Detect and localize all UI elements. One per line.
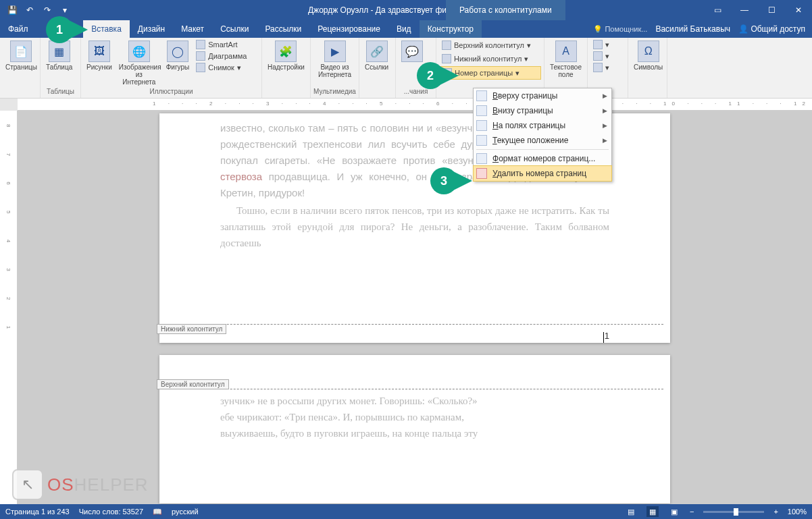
symbols-button[interactable]: ΩСимволы [631, 39, 665, 72]
menu-item-top-of-page[interactable]: ВВверху страницыверху страницы▶ [474, 88, 611, 103]
print-layout-icon[interactable]: ▦ [646, 506, 659, 517]
menu-item-bottom-of-page[interactable]: Внизу страницы▶ [474, 103, 611, 118]
body-text: ебе чирикают: «Три пенса». И, порывшись … [220, 409, 609, 425]
annotation-callout-1: 1 [46, 16, 73, 43]
page-number-dropdown: ВВверху страницыверху страницы▶ Внизу ст… [473, 88, 612, 182]
tab-mailings[interactable]: Рассылки [257, 20, 309, 38]
user-name[interactable]: Василий Батькавыч [655, 24, 730, 34]
tab-view[interactable]: Вид [388, 20, 420, 38]
watermark: ↖ OSHELPER [12, 469, 149, 500]
page-number-field[interactable]: 1 [605, 331, 609, 341]
comment-button[interactable]: 💬 [399, 39, 426, 65]
ribbon-options-icon[interactable]: ▭ [704, 0, 731, 20]
submenu-arrow-icon: ▶ [603, 107, 607, 114]
status-page[interactable]: Страница 1 из 243 [5, 508, 70, 516]
footer-button[interactable]: Нижний колонтитул▾ [439, 53, 541, 65]
shapes-button[interactable]: ◯Фигуры [163, 39, 192, 72]
zoom-out-button[interactable]: − [690, 508, 694, 516]
screenshot-button[interactable]: Снимок▾ [193, 62, 249, 73]
dropcap-button[interactable]: ▾ [590, 51, 612, 61]
submenu-arrow-icon: ▶ [603, 137, 607, 144]
body-text: Тошно, если в наличии всего пяток пенсов… [220, 202, 609, 251]
tell-me-input[interactable]: 💡 Помощник... [593, 25, 647, 34]
workspace: известно, сколько там – пять с половин н… [0, 111, 812, 504]
read-mode-icon[interactable]: ▤ [625, 506, 637, 517]
zoom-level[interactable]: 100% [788, 508, 807, 516]
zoom-slider[interactable] [703, 511, 764, 513]
quick-access-toolbar: 💾 ↶ ↷ ▾ [0, 3, 77, 17]
current-pos-icon [476, 135, 487, 146]
ribbon: 📄Страницы ▦Таблица Таблицы 🖼Рисунки 🌐Изо… [0, 38, 812, 99]
tab-layout[interactable]: Макет [173, 20, 212, 38]
redo-icon[interactable]: ↷ [41, 3, 54, 17]
minimize-icon[interactable]: ― [731, 0, 758, 20]
table-button[interactable]: ▦Таблица [43, 39, 75, 72]
ribbon-tabs: Файл Главная Вставка Дизайн Макет Ссылки… [0, 20, 812, 38]
vertical-ruler[interactable] [0, 111, 18, 504]
header-button[interactable]: Верхний колонтитул▾ [439, 39, 541, 51]
tab-review[interactable]: Рецензирование [309, 20, 388, 38]
tab-constructor[interactable]: Конструктор [420, 20, 482, 38]
menu-item-remove-page-numbers[interactable]: Удалить номера страниц [473, 165, 612, 182]
tab-file[interactable]: Файл [0, 20, 36, 38]
tab-insert[interactable]: Вставка [83, 20, 130, 38]
status-language[interactable]: русский [172, 508, 198, 516]
wordart-button[interactable]: ▾ [590, 39, 612, 50]
menu-separator [476, 149, 609, 150]
online-video-button[interactable]: ▶Видео из Интернета [313, 39, 356, 80]
tab-design[interactable]: Дизайн [130, 20, 173, 38]
menu-item-format-page-numbers[interactable]: Формат номеров страниц... [474, 151, 611, 166]
page-bottom-icon [476, 105, 487, 116]
maximize-icon[interactable]: ☐ [758, 0, 785, 20]
menu-item-current-position[interactable]: Текущее положение▶ [474, 133, 611, 148]
tab-references[interactable]: Ссылки [212, 20, 257, 38]
format-icon [476, 153, 487, 164]
submenu-arrow-icon: ▶ [603, 92, 607, 99]
object-button[interactable]: ▾ [590, 62, 612, 73]
qat-more-icon[interactable]: ▾ [58, 3, 72, 17]
page: Верхний колонтитул зунчик» не в россыпи … [159, 355, 670, 503]
close-icon[interactable]: ✕ [785, 0, 812, 20]
textbox-button[interactable]: AТекстовое поле [547, 39, 584, 80]
save-icon[interactable]: 💾 [5, 3, 19, 17]
window-controls: ▭ ― ☐ ✕ [704, 0, 812, 20]
pages-button[interactable]: 📄Страницы [3, 39, 40, 72]
document-area[interactable]: известно, сколько там – пять с половин н… [18, 111, 812, 504]
submenu-arrow-icon: ▶ [603, 122, 607, 129]
header-boundary [166, 389, 663, 389]
body-text: выуживаешь, будто в пуговки играешь, на … [220, 425, 609, 441]
pictures-button[interactable]: 🖼Рисунки [84, 39, 115, 72]
online-images-button[interactable]: 🌐Изображения из Интернета [116, 39, 162, 87]
footer-boundary [166, 324, 663, 325]
spellcheck-icon[interactable]: 📖 [153, 508, 162, 516]
zoom-in-button[interactable]: + [773, 508, 778, 516]
annotation-callout-3: 3 [430, 167, 457, 194]
share-button[interactable]: 👤 Общий доступ [738, 24, 805, 34]
annotation-callout-2: 2 [417, 62, 444, 89]
header-tag[interactable]: Верхний колонтитул [157, 379, 229, 389]
links-button[interactable]: 🔗Ссылки [362, 39, 391, 72]
page-margins-icon [476, 120, 487, 131]
page-top-icon [476, 90, 487, 101]
undo-icon[interactable]: ↶ [23, 3, 36, 17]
horizontal-ruler[interactable] [18, 99, 812, 111]
status-bar: Страница 1 из 243 Число слов: 53527 📖 ру… [0, 504, 812, 519]
contextual-tab-label: Работа с колонтитулами [446, 0, 565, 20]
chart-button[interactable]: Диаграмма [193, 51, 249, 61]
addins-button[interactable]: 🧩Надстройки [265, 39, 307, 72]
body-text: зунчик» не в россыпи других монет. Говор… [220, 393, 609, 409]
smartart-button[interactable]: SmartArt [193, 39, 249, 50]
menu-item-page-margins[interactable]: На полях страницы▶ [474, 118, 611, 133]
footer-tag[interactable]: Нижний колонтитул [157, 324, 226, 334]
delete-icon [476, 168, 487, 179]
status-word-count[interactable]: Число слов: 53527 [79, 508, 143, 516]
title-bar: 💾 ↶ ↷ ▾ Джордж Оруэлл - Да здравствует ф… [0, 0, 812, 20]
cursor-icon: ↖ [12, 469, 43, 500]
web-layout-icon[interactable]: ▣ [668, 506, 680, 517]
text-cursor [603, 332, 604, 343]
